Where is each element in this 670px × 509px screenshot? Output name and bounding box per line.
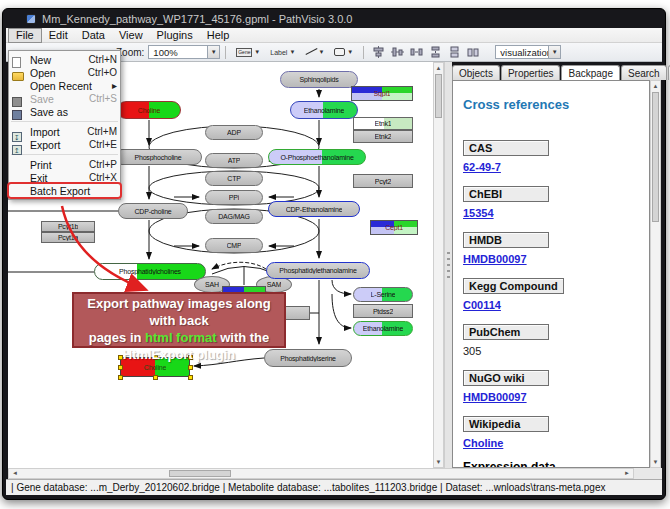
tab-objects[interactable]: Objects	[452, 65, 500, 80]
pathway-node-ethanolamine-bottom[interactable]: Ethanolamine	[353, 321, 413, 336]
pathway-node-dag-mag[interactable]: DAG/MAG	[205, 209, 263, 224]
file-menu-item-label: Open Recent	[30, 80, 108, 92]
scroll-left-icon[interactable]: ◄	[10, 469, 20, 478]
add-label-button[interactable]: Label ▼	[267, 45, 298, 60]
chevron-down-icon[interactable]: ▼	[347, 49, 353, 55]
pathway-node-pcyt2[interactable]: Pcyt2	[353, 174, 413, 188]
pathway-node-phosphatidylethanolamine[interactable]: Phosphatidylethanolamine	[266, 262, 370, 279]
draw-shape-button[interactable]: ▼	[331, 45, 356, 60]
pathway-node-etnk2[interactable]: Etnk2	[353, 130, 413, 143]
file-menu-item-label: New	[30, 54, 84, 66]
menu-edit[interactable]: Edit	[42, 28, 75, 43]
file-menu-item-save[interactable]: SaveCtrl+S	[9, 92, 120, 105]
pathway-node-phosphocholine[interactable]: Phosphocholine	[114, 149, 202, 165]
tab-properties[interactable]: Properties	[501, 65, 561, 80]
align-middle-button[interactable]	[389, 45, 406, 60]
pathway-node-pcyt1a[interactable]: Pcyt1a	[41, 232, 95, 243]
pathway-node-adp[interactable]: ADP	[205, 125, 263, 140]
pathway-node-cmp[interactable]: CMP	[205, 238, 263, 253]
xref-link[interactable]: 15354	[463, 207, 639, 219]
cross-references-heading: Cross references	[463, 97, 639, 112]
file-menu-item-import[interactable]: ↧ImportCtrl+M	[9, 125, 120, 138]
zoom-value: 100%	[149, 47, 207, 58]
stack-horizontal-button[interactable]	[465, 45, 482, 60]
xref-link[interactable]: HMDB00097	[463, 253, 639, 265]
xref-link[interactable]: C00114	[463, 299, 639, 311]
chevron-down-icon[interactable]: ▼	[289, 49, 295, 55]
title-bar[interactable]: Mm_Kennedy_pathway_WP1771_45176.gpml - P…	[6, 10, 662, 28]
canvas-vertical-scrollbar[interactable]: ▲ ▼	[433, 62, 444, 468]
align-center-button[interactable]	[370, 45, 387, 60]
menu-file[interactable]: File	[8, 28, 42, 43]
chevron-down-icon[interactable]: ▼	[548, 46, 560, 58]
pathway-node-cept1[interactable]: Cept1	[370, 220, 418, 235]
pathway-node-phosphatidylserine[interactable]: Phosphatidylserine	[264, 349, 352, 367]
menu-icon-spacer	[12, 172, 27, 183]
pathway-node-ethanolamine-top[interactable]: Ethanolamine	[290, 101, 358, 119]
scrollbar-thumb[interactable]	[435, 74, 442, 118]
menu-plugins[interactable]: Plugins	[150, 28, 200, 43]
scroll-up-icon[interactable]: ▲	[651, 81, 660, 91]
menu-view[interactable]: View	[112, 28, 150, 43]
tab-backpage[interactable]: Backpage	[561, 65, 619, 81]
visualization-combobox[interactable]: visualization ▼	[495, 45, 561, 59]
xref-link[interactable]: HMDB00097	[463, 391, 639, 403]
pathway-node-phosphatidylcholines[interactable]: Phosphatidylcholines	[94, 263, 206, 280]
node-label: SAM	[267, 281, 282, 288]
pathway-node-atp[interactable]: ATP	[205, 153, 263, 168]
pathway-node-ptdss2[interactable]: Ptdss2	[353, 304, 413, 318]
scroll-down-icon[interactable]: ▼	[434, 457, 443, 467]
file-menu-item-open-recent[interactable]: Open Recent▸	[9, 79, 120, 92]
sidebar-vertical-scrollbar[interactable]: ▲ ▼	[650, 80, 661, 468]
chevron-down-icon[interactable]: ▼	[254, 49, 260, 55]
distribute-vertical-button[interactable]	[427, 45, 444, 60]
file-menu-item-export[interactable]: ↥ExportCtrl+E	[9, 138, 120, 151]
file-menu-item-exit[interactable]: ExitCtrl+X	[9, 171, 120, 184]
pathway-node-pcyt1b[interactable]: Pcyt1b	[41, 221, 95, 232]
pathway-node-l-serine[interactable]: L-Serine	[353, 287, 413, 302]
menu-help[interactable]: Help	[200, 28, 237, 43]
pathway-node-etnk1[interactable]: Etnk1	[353, 117, 413, 130]
canvas-horizontal-scrollbar[interactable]: ◄ ►	[8, 468, 634, 479]
pathway-node-cdp-choline[interactable]: CDP-choline	[118, 203, 188, 219]
node-label: Etnk2	[375, 133, 392, 140]
xref-link[interactable]: Choline	[463, 437, 639, 449]
panel-splitter[interactable]	[444, 62, 452, 468]
pathway-node-o-phosphoethanolamine[interactable]: O-Phosphoethanolamine	[268, 149, 366, 165]
file-menu-item-open[interactable]: OpenCtrl+O	[9, 66, 120, 79]
xref-link[interactable]: 62-49-7	[463, 161, 639, 173]
selection-handle[interactable]	[188, 365, 193, 370]
pathway-node-sgpl1[interactable]: Sgpl1	[351, 86, 413, 101]
file-menu-item-batch-export[interactable]: Batch Export	[9, 184, 120, 197]
menu-data[interactable]: Data	[75, 28, 112, 43]
selection-handle[interactable]	[118, 365, 123, 370]
zoom-combobox[interactable]: 100% ▼	[148, 45, 220, 59]
pathway-node-ppi[interactable]: PPi	[205, 190, 263, 205]
distribute-horizontal-button[interactable]	[408, 45, 425, 60]
pathway-node-choline-top[interactable]: Choline	[117, 101, 181, 119]
file-menu-item-new[interactable]: NewCtrl+N	[9, 53, 120, 66]
add-gene-datanode-button[interactable]: Gene ▼	[233, 45, 263, 60]
node-label: Phosphatidylethanolamine	[279, 267, 356, 274]
pathway-node-sphingolipids[interactable]: Sphingolipids	[280, 71, 358, 88]
menu-bar: FileEditDataViewPluginsHelp	[6, 28, 662, 43]
scrollbar-thumb[interactable]	[169, 470, 231, 477]
selection-handle[interactable]	[118, 375, 123, 380]
chevron-down-icon[interactable]: ▼	[318, 49, 324, 55]
draw-line-button[interactable]: ▼	[302, 45, 327, 60]
scroll-up-icon[interactable]: ▲	[434, 63, 443, 73]
selection-handle[interactable]	[153, 375, 158, 380]
file-menu-item-save-as[interactable]: Save as	[9, 105, 120, 118]
chevron-down-icon[interactable]: ▼	[207, 46, 219, 58]
scroll-right-icon[interactable]: ►	[622, 469, 632, 478]
pathway-node-ctp[interactable]: CTP	[205, 171, 263, 186]
splitter-grip-icon	[447, 252, 450, 278]
file-menu-item-print[interactable]: PrintCtrl+P	[9, 158, 120, 171]
scrollbar-thumb[interactable]	[652, 92, 659, 222]
scroll-down-icon[interactable]: ▼	[651, 457, 660, 467]
tab-search[interactable]: Search	[621, 65, 667, 80]
pathway-node-cdp-ethanolamine[interactable]: CDP-Ethanolamine	[268, 201, 360, 217]
xref-section-pubchem: PubChem305	[463, 322, 639, 357]
selection-handle[interactable]	[188, 375, 193, 380]
stack-vertical-button[interactable]	[446, 45, 463, 60]
